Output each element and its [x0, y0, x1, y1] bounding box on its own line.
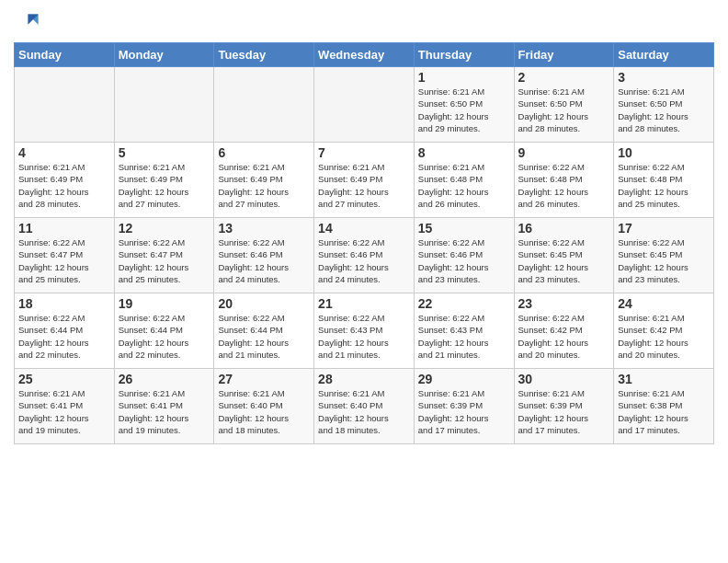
day-info: Sunrise: 6:21 AM Sunset: 6:49 PM Dayligh…	[119, 161, 210, 210]
day-number: 15	[418, 221, 510, 236]
calendar-cell: 27Sunrise: 6:21 AM Sunset: 6:40 PM Dayli…	[214, 369, 314, 444]
calendar-cell: 28Sunrise: 6:21 AM Sunset: 6:40 PM Dayli…	[314, 369, 415, 444]
weekday-header-row: SundayMondayTuesdayWednesdayThursdayFrid…	[15, 43, 714, 67]
day-number: 24	[618, 296, 710, 311]
calendar-cell: 5Sunrise: 6:21 AM Sunset: 6:49 PM Daylig…	[114, 143, 214, 218]
day-number: 12	[119, 221, 210, 236]
day-info: Sunrise: 6:21 AM Sunset: 6:41 PM Dayligh…	[119, 387, 210, 436]
day-info: Sunrise: 6:22 AM Sunset: 6:47 PM Dayligh…	[119, 236, 210, 285]
day-info: Sunrise: 6:22 AM Sunset: 6:43 PM Dayligh…	[418, 312, 510, 361]
calendar-cell: 20Sunrise: 6:22 AM Sunset: 6:44 PM Dayli…	[214, 293, 314, 369]
calendar-cell	[15, 67, 115, 143]
day-info: Sunrise: 6:22 AM Sunset: 6:48 PM Dayligh…	[618, 161, 710, 210]
day-info: Sunrise: 6:21 AM Sunset: 6:49 PM Dayligh…	[218, 161, 310, 210]
day-number: 14	[318, 221, 410, 236]
day-number: 21	[318, 296, 410, 311]
day-info: Sunrise: 6:21 AM Sunset: 6:39 PM Dayligh…	[518, 387, 610, 436]
calendar-cell: 9Sunrise: 6:22 AM Sunset: 6:48 PM Daylig…	[514, 143, 614, 218]
calendar-cell: 1Sunrise: 6:21 AM Sunset: 6:50 PM Daylig…	[414, 67, 514, 143]
day-info: Sunrise: 6:21 AM Sunset: 6:49 PM Dayligh…	[318, 161, 410, 210]
day-number: 8	[418, 145, 510, 160]
header	[14, 9, 714, 35]
calendar-cell	[314, 67, 415, 143]
calendar-cell: 25Sunrise: 6:21 AM Sunset: 6:41 PM Dayli…	[15, 369, 115, 444]
calendar-cell: 10Sunrise: 6:22 AM Sunset: 6:48 PM Dayli…	[614, 143, 714, 218]
calendar-cell: 17Sunrise: 6:22 AM Sunset: 6:45 PM Dayli…	[614, 218, 714, 293]
day-info: Sunrise: 6:21 AM Sunset: 6:41 PM Dayligh…	[18, 387, 110, 436]
day-number: 5	[119, 145, 210, 160]
calendar-cell	[214, 67, 314, 143]
day-number: 31	[618, 372, 710, 386]
calendar-table: SundayMondayTuesdayWednesdayThursdayFrid…	[14, 42, 714, 444]
calendar-cell: 21Sunrise: 6:22 AM Sunset: 6:43 PM Dayli…	[314, 293, 415, 369]
calendar-cell: 7Sunrise: 6:21 AM Sunset: 6:49 PM Daylig…	[314, 143, 415, 218]
weekday-friday: Friday	[514, 43, 614, 67]
day-number: 18	[18, 296, 110, 311]
day-info: Sunrise: 6:22 AM Sunset: 6:44 PM Dayligh…	[18, 312, 110, 361]
day-info: Sunrise: 6:22 AM Sunset: 6:44 PM Dayligh…	[218, 312, 310, 361]
day-number: 7	[318, 145, 410, 160]
day-info: Sunrise: 6:22 AM Sunset: 6:47 PM Dayligh…	[18, 236, 110, 285]
logo-icon	[14, 9, 40, 35]
day-number: 1	[418, 70, 510, 85]
day-info: Sunrise: 6:22 AM Sunset: 6:44 PM Dayligh…	[119, 312, 210, 361]
calendar-cell: 3Sunrise: 6:21 AM Sunset: 6:50 PM Daylig…	[614, 67, 714, 143]
day-info: Sunrise: 6:21 AM Sunset: 6:50 PM Dayligh…	[518, 86, 610, 134]
weekday-monday: Monday	[114, 43, 214, 67]
logo	[14, 9, 43, 35]
day-info: Sunrise: 6:21 AM Sunset: 6:50 PM Dayligh…	[418, 86, 510, 134]
day-number: 9	[518, 145, 610, 160]
day-info: Sunrise: 6:21 AM Sunset: 6:49 PM Dayligh…	[18, 161, 110, 210]
day-number: 26	[119, 372, 210, 386]
calendar-cell: 19Sunrise: 6:22 AM Sunset: 6:44 PM Dayli…	[114, 293, 214, 369]
calendar-cell: 30Sunrise: 6:21 AM Sunset: 6:39 PM Dayli…	[514, 369, 614, 444]
weekday-tuesday: Tuesday	[214, 43, 314, 67]
day-number: 25	[18, 372, 110, 386]
calendar-cell	[114, 67, 214, 143]
day-number: 16	[518, 221, 610, 236]
day-number: 27	[218, 372, 310, 386]
weekday-saturday: Saturday	[614, 43, 714, 67]
calendar-cell: 13Sunrise: 6:22 AM Sunset: 6:46 PM Dayli…	[214, 218, 314, 293]
day-number: 22	[418, 296, 510, 311]
calendar-cell: 12Sunrise: 6:22 AM Sunset: 6:47 PM Dayli…	[114, 218, 214, 293]
day-info: Sunrise: 6:21 AM Sunset: 6:40 PM Dayligh…	[318, 387, 410, 436]
calendar-cell: 4Sunrise: 6:21 AM Sunset: 6:49 PM Daylig…	[15, 143, 115, 218]
day-info: Sunrise: 6:21 AM Sunset: 6:48 PM Dayligh…	[418, 161, 510, 210]
calendar-cell: 15Sunrise: 6:22 AM Sunset: 6:46 PM Dayli…	[414, 218, 514, 293]
week-row-2: 4Sunrise: 6:21 AM Sunset: 6:49 PM Daylig…	[15, 143, 714, 218]
day-number: 17	[618, 221, 710, 236]
calendar-cell: 29Sunrise: 6:21 AM Sunset: 6:39 PM Dayli…	[414, 369, 514, 444]
day-number: 3	[618, 70, 710, 85]
day-info: Sunrise: 6:21 AM Sunset: 6:50 PM Dayligh…	[618, 86, 710, 134]
week-row-1: 1Sunrise: 6:21 AM Sunset: 6:50 PM Daylig…	[15, 67, 714, 143]
day-number: 11	[18, 221, 110, 236]
calendar-cell: 26Sunrise: 6:21 AM Sunset: 6:41 PM Dayli…	[114, 369, 214, 444]
day-info: Sunrise: 6:22 AM Sunset: 6:48 PM Dayligh…	[518, 161, 610, 210]
weekday-wednesday: Wednesday	[314, 43, 415, 67]
day-number: 2	[518, 70, 610, 85]
day-info: Sunrise: 6:21 AM Sunset: 6:39 PM Dayligh…	[418, 387, 510, 436]
calendar-cell: 2Sunrise: 6:21 AM Sunset: 6:50 PM Daylig…	[514, 67, 614, 143]
calendar-cell: 18Sunrise: 6:22 AM Sunset: 6:44 PM Dayli…	[15, 293, 115, 369]
calendar-cell: 14Sunrise: 6:22 AM Sunset: 6:46 PM Dayli…	[314, 218, 415, 293]
calendar-cell: 11Sunrise: 6:22 AM Sunset: 6:47 PM Dayli…	[15, 218, 115, 293]
day-number: 23	[518, 296, 610, 311]
weekday-sunday: Sunday	[15, 43, 115, 67]
week-row-3: 11Sunrise: 6:22 AM Sunset: 6:47 PM Dayli…	[15, 218, 714, 293]
calendar-cell: 31Sunrise: 6:21 AM Sunset: 6:38 PM Dayli…	[614, 369, 714, 444]
day-number: 20	[218, 296, 310, 311]
calendar-cell: 6Sunrise: 6:21 AM Sunset: 6:49 PM Daylig…	[214, 143, 314, 218]
day-number: 13	[218, 221, 310, 236]
day-info: Sunrise: 6:22 AM Sunset: 6:43 PM Dayligh…	[318, 312, 410, 361]
day-number: 29	[418, 372, 510, 386]
calendar-cell: 8Sunrise: 6:21 AM Sunset: 6:48 PM Daylig…	[414, 143, 514, 218]
day-number: 19	[119, 296, 210, 311]
day-info: Sunrise: 6:22 AM Sunset: 6:45 PM Dayligh…	[618, 236, 710, 285]
day-info: Sunrise: 6:22 AM Sunset: 6:46 PM Dayligh…	[218, 236, 310, 285]
calendar-cell: 22Sunrise: 6:22 AM Sunset: 6:43 PM Dayli…	[414, 293, 514, 369]
day-info: Sunrise: 6:22 AM Sunset: 6:46 PM Dayligh…	[418, 236, 510, 285]
calendar-cell: 23Sunrise: 6:22 AM Sunset: 6:42 PM Dayli…	[514, 293, 614, 369]
weekday-thursday: Thursday	[414, 43, 514, 67]
calendar-cell: 16Sunrise: 6:22 AM Sunset: 6:45 PM Dayli…	[514, 218, 614, 293]
